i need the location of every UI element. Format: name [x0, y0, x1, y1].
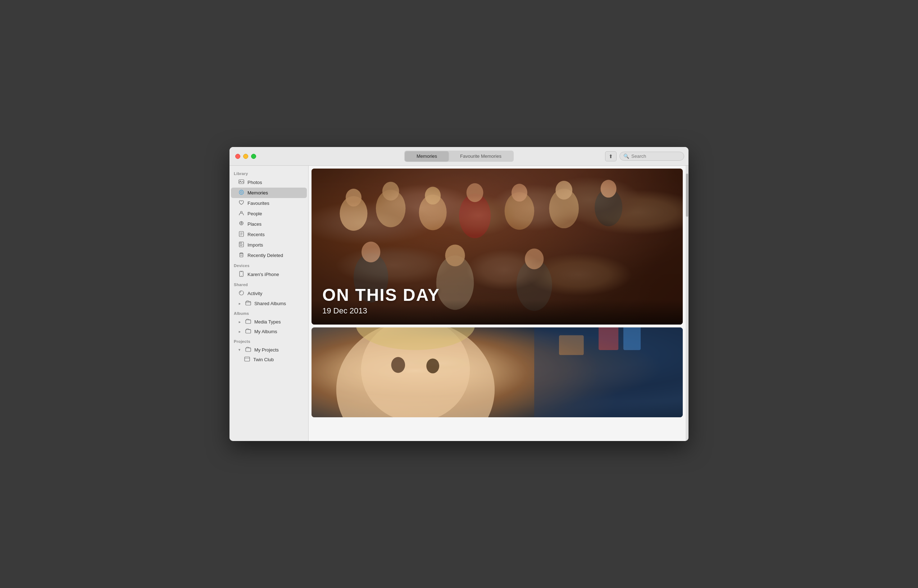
- main-window: Memories Favourite Memories ⬆ 🔍 Library: [230, 147, 688, 441]
- sidebar-label-people: People: [248, 211, 262, 216]
- content-area[interactable]: ON THIS DAY 19 Dec 2013: [309, 166, 686, 441]
- media-types-icon: [245, 319, 251, 325]
- my-albums-icon: [245, 328, 251, 334]
- svg-point-21: [241, 276, 242, 276]
- search-input[interactable]: [631, 153, 682, 159]
- svg-point-30: [346, 189, 361, 207]
- people-icon: [238, 210, 244, 217]
- sidebar-item-media-types[interactable]: ► Media Types: [231, 317, 307, 327]
- photo-2-background: [311, 328, 683, 417]
- sidebar-label-places: Places: [248, 221, 262, 227]
- sidebar-item-activity[interactable]: Activity: [231, 288, 307, 299]
- favourites-icon: [238, 200, 244, 207]
- svg-point-40: [555, 181, 572, 199]
- twin-club-icon: [244, 357, 250, 363]
- sidebar-label-memories: Memories: [248, 190, 268, 195]
- section-label-projects: Projects: [230, 336, 308, 345]
- my-albums-expand-arrow[interactable]: ►: [238, 330, 241, 334]
- photos-icon: [238, 179, 244, 186]
- section-label-shared: Shared: [230, 279, 308, 288]
- memory-card-1[interactable]: ON THIS DAY 19 Dec 2013: [311, 168, 683, 325]
- imports-icon: [238, 242, 244, 248]
- shared-albums-icon: [245, 300, 251, 307]
- search-bar[interactable]: 🔍: [619, 152, 684, 161]
- section-label-library: Library: [230, 168, 308, 177]
- svg-point-52: [391, 357, 405, 373]
- sidebar-label-recently-deleted: Recently Deleted: [248, 253, 283, 258]
- svg-point-53: [426, 358, 439, 373]
- my-projects-expand-arrow[interactable]: ►: [238, 348, 241, 352]
- titlebar: Memories Favourite Memories ⬆ 🔍: [230, 147, 688, 166]
- media-types-expand-arrow[interactable]: ►: [238, 320, 241, 324]
- memory-image-2: [311, 328, 683, 417]
- sidebar-item-memories[interactable]: Memories: [231, 187, 307, 198]
- svg-rect-58: [559, 335, 584, 355]
- svg-point-36: [466, 183, 484, 202]
- svg-point-42: [601, 180, 617, 198]
- iphone-icon: [238, 271, 244, 278]
- svg-rect-23: [246, 320, 251, 323]
- memory-date-1: 19 Dec 2013: [322, 306, 672, 315]
- sidebar-item-shared-albums[interactable]: ► Shared Albums: [231, 299, 307, 309]
- memory-overlay-1: ON THIS DAY 19 Dec 2013: [311, 275, 683, 325]
- svg-point-38: [512, 184, 527, 202]
- scrollbar[interactable]: [686, 166, 688, 441]
- sidebar-item-recents[interactable]: Recents: [231, 229, 307, 240]
- sidebar-label-favourites: Favourites: [248, 200, 269, 206]
- sidebar-label-recents: Recents: [248, 232, 265, 237]
- section-label-devices: Devices: [230, 260, 308, 269]
- sidebar-label-my-projects: My Projects: [254, 347, 279, 352]
- sidebar-item-people[interactable]: People: [231, 208, 307, 219]
- svg-point-3: [241, 192, 243, 193]
- svg-point-48: [525, 249, 544, 270]
- svg-point-34: [425, 187, 440, 205]
- sidebar-item-places[interactable]: Places: [231, 219, 307, 229]
- sidebar-item-imports[interactable]: Imports: [231, 240, 307, 250]
- recents-icon: [238, 231, 244, 238]
- maximize-button[interactable]: [251, 154, 256, 159]
- sidebar-item-photos[interactable]: Photos: [231, 177, 307, 187]
- svg-rect-57: [623, 328, 641, 350]
- toolbar-right: ⬆ 🔍: [605, 151, 684, 162]
- sidebar-item-my-albums[interactable]: ► My Albums: [231, 327, 307, 336]
- memory-card-2[interactable]: [311, 328, 683, 417]
- tab-memories[interactable]: Memories: [405, 151, 448, 161]
- main-content: Library Photos M: [230, 166, 688, 441]
- sidebar-item-karens-iphone[interactable]: Karen's iPhone: [231, 269, 307, 279]
- share-icon: ⬆: [609, 153, 613, 159]
- sidebar-item-favourites[interactable]: Favourites: [231, 198, 307, 208]
- recently-deleted-icon: [238, 252, 244, 259]
- share-button[interactable]: ⬆: [605, 151, 617, 162]
- traffic-lights: [230, 154, 256, 159]
- svg-rect-16: [240, 254, 243, 257]
- sidebar-item-twin-club[interactable]: Twin Club: [231, 355, 307, 364]
- minimize-button[interactable]: [243, 154, 248, 159]
- sidebar-label-my-albums: My Albums: [254, 329, 277, 334]
- scrollbar-thumb[interactable]: [686, 174, 688, 217]
- sidebar-label-media-types: Media Types: [254, 319, 280, 325]
- svg-point-32: [382, 182, 399, 200]
- sidebar-label-activity: Activity: [248, 291, 262, 296]
- sidebar-label-shared-albums: Shared Albums: [254, 301, 286, 306]
- sidebar: Library Photos M: [230, 166, 309, 441]
- shared-albums-expand-arrow[interactable]: ►: [238, 302, 241, 305]
- tab-favourite-memories[interactable]: Favourite Memories: [448, 151, 513, 161]
- sidebar-label-photos: Photos: [248, 180, 262, 185]
- svg-point-2: [239, 190, 243, 194]
- sidebar-item-my-projects[interactable]: ► My Projects: [231, 345, 307, 355]
- sidebar-item-recently-deleted[interactable]: Recently Deleted: [231, 250, 307, 260]
- sidebar-label-imports: Imports: [248, 242, 263, 248]
- tab-group: Memories Favourite Memories: [404, 150, 514, 162]
- sidebar-label-karens-iphone: Karen's iPhone: [248, 272, 279, 277]
- places-icon: [238, 221, 244, 228]
- close-button[interactable]: [235, 154, 240, 159]
- my-projects-icon: [245, 347, 251, 353]
- search-icon: 🔍: [623, 153, 629, 159]
- sidebar-label-twin-club: Twin Club: [253, 357, 274, 362]
- svg-rect-24: [246, 330, 251, 333]
- activity-icon: [238, 290, 244, 297]
- svg-rect-22: [246, 302, 251, 305]
- svg-rect-0: [239, 180, 244, 184]
- memory-image-1: ON THIS DAY 19 Dec 2013: [311, 168, 683, 325]
- section-label-albums: Albums: [230, 309, 308, 317]
